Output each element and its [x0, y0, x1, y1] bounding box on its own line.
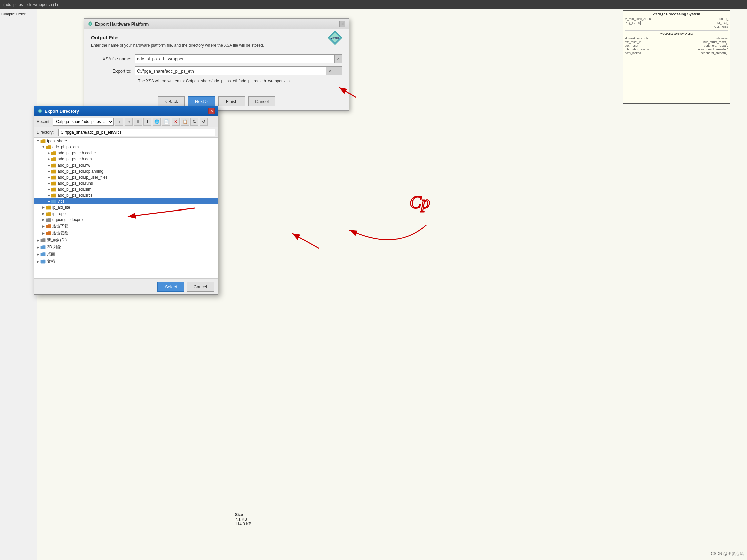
tree-item-adc_pl_ps_eth.cache[interactable]: ▶adc_pl_ps_eth.cache [34, 150, 217, 156]
tree-item-qqpcmgr_docpro[interactable]: ▶qqpcmgr_docpro [34, 217, 217, 223]
folder-icon-adc_pl_ps_eth.gen [51, 157, 56, 161]
export-to-row: Export to: ✕ … [91, 67, 342, 75]
folder-icon-adc_pl_ps_eth.runs [51, 181, 56, 186]
recent-select[interactable]: C:/fpga_share/adc_pl_ps_... [53, 118, 114, 126]
tree-label-adc_pl_ps_eth.gen: adc_pl_ps_eth.gen [58, 157, 92, 161]
folder-icon-adc_pl_ps_eth.ioplanning [51, 169, 56, 174]
toolbar-up-btn[interactable]: ↑ [115, 118, 123, 126]
dir-path-label: Directory: [36, 130, 58, 135]
folder-icon-adc_pl_ps_eth.sim [51, 187, 56, 192]
tree-label-adc_pl_ps_eth.sim: adc_pl_ps_eth.sim [58, 187, 91, 192]
dir-path-row: Directory: [34, 127, 218, 138]
export-to-input[interactable] [135, 67, 326, 75]
tree-item-desktop[interactable]: ▶桌面 [34, 251, 217, 258]
tree-item-adc_pl_ps_eth.runs[interactable]: ▶adc_pl_ps_eth.runs [34, 180, 217, 186]
folder-icon-xunlei_yunpan [46, 231, 51, 236]
export-dir-close-btn[interactable]: ✕ [208, 108, 214, 114]
recent-label: Recent: [36, 119, 50, 124]
tree-item-documents[interactable]: ▶文档 [34, 258, 217, 265]
dir-cancel-button[interactable]: Cancel [187, 282, 214, 292]
size-row2: 114.9 KB [235, 522, 252, 527]
toolbar-home-btn[interactable]: ⌂ [125, 118, 133, 126]
toolbar-computer-btn[interactable]: 🖥 [134, 118, 142, 126]
tree-item-new_volume_d[interactable]: ▶新加卷 (D:) [34, 237, 217, 244]
cancel-button[interactable]: Cancel [249, 96, 275, 106]
export-dir-footer: Select Cancel [34, 279, 218, 295]
folder-icon-vitis [51, 199, 56, 204]
svg-text:Vivado: Vivado [331, 36, 339, 39]
folder-icon-ip_axi_lite [46, 205, 51, 210]
toolbar-newfile-btn[interactable]: 📄 [162, 118, 170, 126]
toolbar-delete-btn[interactable]: ✕ [172, 118, 180, 126]
tree-arrow-fpga_share: ▼ [35, 139, 40, 143]
export-hw-dialog: Export Hardware Platform ✕ Vivado Output… [84, 19, 349, 111]
toolbar-download-btn[interactable]: ⬇ [144, 118, 151, 126]
export-to-clear-btn[interactable]: ✕ [326, 67, 333, 75]
tree-arrow-xunlei_download: ▶ [41, 225, 46, 228]
tree-arrow-desktop: ▶ [35, 253, 40, 256]
tree-label-ip_axi_lite: ip_axi_lite [52, 205, 70, 210]
export-hw-title: Export Hardware Platform [95, 22, 339, 27]
tree-arrow-ip_axi_lite: ▶ [41, 206, 46, 209]
folder-icon-3d_objects [40, 245, 46, 250]
tree-item-adc_pl_ps_eth.sim[interactable]: ▶adc_pl_ps_eth.sim [34, 186, 217, 193]
export-hw-close-btn[interactable]: ✕ [339, 21, 345, 27]
finish-button[interactable]: Finish [218, 96, 245, 106]
tree-label-desktop: 桌面 [47, 252, 55, 257]
tree-item-adc_pl_ps_eth.ioplanning[interactable]: ▶adc_pl_ps_eth.ioplanning [34, 168, 217, 174]
tree-item-adc_pl_ps_eth[interactable]: ▼adc_pl_ps_eth [34, 144, 217, 150]
tree-label-documents: 文档 [47, 258, 55, 264]
xsa-clear-btn[interactable]: ✕ [335, 54, 342, 63]
xsa-filename-label: XSA file name: [91, 56, 135, 61]
tree-item-ip_repo[interactable]: ▶ip_repo [34, 210, 217, 217]
export-dir-dialog: Export Directory ✕ Recent: C:/fpga_share… [33, 106, 218, 295]
folder-icon-xunlei_download [46, 224, 51, 229]
vivado-logo: Vivado [327, 29, 343, 46]
folder-icon-fpga_share [40, 139, 46, 143]
processor-reset: Processor System Reset slowest_sync_clkm… [625, 30, 728, 55]
size-row1: 7.1 KB [235, 517, 252, 522]
tree-arrow-3d_objects: ▶ [35, 246, 40, 249]
next-button[interactable]: Next > [188, 96, 215, 106]
dir-tree-container[interactable]: ▼fpga_share▼adc_pl_ps_eth▶adc_pl_ps_eth.… [34, 138, 218, 279]
tree-item-xunlei_download[interactable]: ▶迅雷下载 [34, 223, 217, 230]
tree-arrow-adc_pl_ps_eth: ▼ [41, 145, 46, 149]
xsa-filename-row: XSA file name: ✕ [91, 54, 342, 63]
dir-path-input[interactable] [58, 129, 215, 136]
folder-icon-new_volume_d [40, 238, 46, 243]
export-to-input-container: ✕ … [135, 67, 342, 75]
tree-item-adc_pl_ps_eth.hw[interactable]: ▶adc_pl_ps_eth.hw [34, 162, 217, 168]
folder-icon-qqpcmgr_docpro [46, 217, 51, 222]
toolbar-rename-btn[interactable]: 📋 [181, 118, 189, 126]
tree-item-adc_pl_ps_eth.gen[interactable]: ▶adc_pl_ps_eth.gen [34, 156, 217, 162]
tree-arrow-vitis: ▶ [46, 200, 51, 203]
tree-label-adc_pl_ps_eth.runs: adc_pl_ps_eth.runs [58, 181, 93, 186]
tree-item-xunlei_yunpan[interactable]: ▶迅雷云盘 [34, 230, 217, 237]
toolbar-sort-btn[interactable]: ⇅ [190, 118, 199, 126]
export-hw-body: Vivado Output File Enter the name of you… [84, 29, 349, 92]
tree-item-vitis[interactable]: ▶vitis [34, 198, 217, 204]
top-bar: (adc_pl_ps_eth_wrapper.v) (1) [0, 0, 747, 9]
toolbar-refresh-btn[interactable]: ↺ [200, 118, 208, 126]
tree-arrow-documents: ▶ [35, 260, 40, 263]
toolbar-net-btn[interactable]: 🌐 [153, 118, 161, 126]
export-to-browse-btn[interactable]: … [333, 67, 342, 75]
zynq-block: ZYNQ7 Processing System M_AXI_GP0_ACLKFI… [623, 10, 730, 104]
select-button[interactable]: Select [157, 282, 184, 292]
tree-arrow-adc_pl_ps_eth.ioplanning: ▶ [46, 170, 51, 173]
tree-item-ip_axi_lite[interactable]: ▶ip_axi_lite [34, 204, 217, 210]
tree-item-3d_objects[interactable]: ▶3D 对象 [34, 244, 217, 251]
tree-label-qqpcmgr_docpro: qqpcmgr_docpro [52, 217, 83, 222]
folder-icon-documents [40, 259, 46, 264]
back-button[interactable]: < Back [158, 96, 185, 106]
tree-arrow-adc_pl_ps_eth.sim: ▶ [46, 188, 51, 191]
xsa-filename-input[interactable] [135, 54, 335, 63]
tree-item-adc_pl_ps_eth.ip_user_files[interactable]: ▶adc_pl_ps_eth.ip_user_files [34, 174, 217, 180]
folder-icon-ip_repo [46, 211, 51, 216]
export-hw-description: Enter the name of your hardware platform… [91, 43, 342, 48]
tree-label-new_volume_d: 新加卷 (D:) [47, 237, 67, 243]
left-panel-label: Compile Order [0, 9, 36, 19]
size-info: Size 7.1 KB 114.9 KB [235, 512, 252, 527]
tree-item-adc_pl_ps_eth.srcs[interactable]: ▶adc_pl_ps_eth.srcs [34, 193, 217, 198]
tree-item-fpga_share[interactable]: ▼fpga_share [34, 138, 217, 144]
